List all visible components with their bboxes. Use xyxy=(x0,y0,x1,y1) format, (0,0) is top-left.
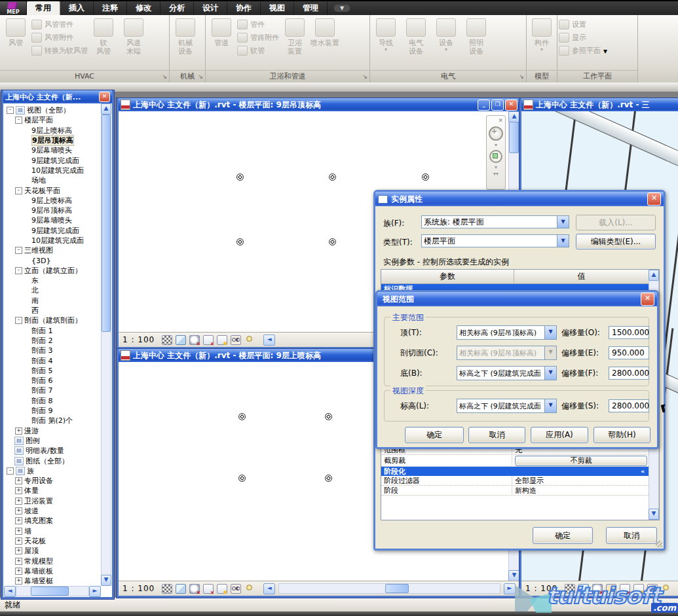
column-header-parameter[interactable]: 参数 xyxy=(381,270,514,283)
chevron-down-icon[interactable]: ▼ xyxy=(557,216,569,228)
chevron-down-icon[interactable]: ▼ xyxy=(544,326,556,339)
dialog-launcher-icon[interactable]: ↘ xyxy=(198,71,203,82)
expand-icon[interactable]: + xyxy=(15,487,22,494)
close-icon[interactable]: ✕ xyxy=(99,92,110,102)
minimize-icon[interactable]: _ xyxy=(478,100,490,111)
sprinkler-symbol[interactable] xyxy=(236,173,244,181)
tree-item[interactable]: 剖面 8 xyxy=(4,396,101,406)
show-crop-icon[interactable] xyxy=(217,584,227,594)
tree-item[interactable]: ▤明细表/数量 xyxy=(4,446,101,456)
ribbon-tab[interactable]: 常用 xyxy=(27,1,60,15)
ribbon-button[interactable]: 管路附件 xyxy=(237,32,279,43)
reveal-hidden-icon[interactable] xyxy=(231,335,241,345)
tree-item[interactable]: +坡道 xyxy=(4,506,101,516)
navigation-bar[interactable]: ✕ ▾ ▾ ▾▾ xyxy=(486,115,506,190)
tree-item[interactable]: +幕墙竖梃 xyxy=(4,576,101,586)
tree-item[interactable]: 北 xyxy=(4,285,101,295)
ribbon-button[interactable]: 管件 xyxy=(237,19,279,30)
tree-item[interactable]: +天花板 xyxy=(4,536,101,546)
tree-item[interactable]: +屋顶 xyxy=(4,546,101,556)
tree-item[interactable]: 9层幕墙喷头 xyxy=(4,145,101,155)
ribbon-tab[interactable]: 管理 xyxy=(294,1,328,15)
collapse-icon[interactable]: - xyxy=(15,317,22,324)
scroll-up-icon[interactable]: ▲ xyxy=(649,270,659,281)
cancel-button[interactable]: 取消 xyxy=(468,427,525,443)
tree-item[interactable]: 场地 xyxy=(4,175,101,185)
expand-icon[interactable]: + xyxy=(15,528,22,535)
column-header-value[interactable]: 值 xyxy=(514,270,649,283)
scroll-right-icon[interactable]: ► xyxy=(504,583,516,594)
lightbulb-icon[interactable] xyxy=(661,584,670,592)
edit-type-button[interactable]: 编辑类型(E)... xyxy=(576,234,656,249)
browser-hscrollbar[interactable]: ◄ ► xyxy=(4,586,101,596)
parameter-row[interactable]: 阶段新构造 xyxy=(381,486,649,496)
ribbon-button[interactable]: 软 风管 xyxy=(89,17,118,59)
parameter-value[interactable]: 全部显示 xyxy=(512,476,649,486)
ribbon-button[interactable]: 管道 xyxy=(207,17,236,59)
tree-item[interactable]: -天花板平面 xyxy=(4,185,101,195)
expand-icon[interactable]: + xyxy=(15,507,22,515)
tree-item[interactable]: 剖面 6 xyxy=(4,376,101,386)
scroll-down-icon[interactable]: ▼ xyxy=(101,575,111,586)
ribbon-button[interactable]: 参照平面 ▾ xyxy=(559,45,607,56)
resize-grip[interactable] xyxy=(656,541,662,547)
collapse-icon[interactable]: - xyxy=(7,107,14,114)
crop-region-icon[interactable] xyxy=(203,335,214,345)
reveal-hidden-icon[interactable] xyxy=(647,584,658,594)
no-clip-button[interactable]: 不剪裁 xyxy=(515,456,647,466)
tree-item[interactable]: 9层建筑完成面 xyxy=(4,155,101,165)
ribbon-tab[interactable]: 修改 xyxy=(127,1,160,15)
ribbon-button[interactable]: 风管管件 xyxy=(31,19,88,30)
scroll-down-icon[interactable]: ▼ xyxy=(649,509,659,520)
expand-icon[interactable]: + xyxy=(15,558,22,565)
ribbon-tab[interactable]: 分析 xyxy=(160,1,194,15)
tree-item[interactable]: 9层幕墙喷头 xyxy=(4,215,101,225)
ribbon-options-icon[interactable]: ▼ xyxy=(334,5,350,12)
view-scale[interactable]: 1 : 100 xyxy=(525,584,557,593)
maximize-icon[interactable]: ❒ xyxy=(491,100,504,111)
wheel-menu-chevron-icon[interactable]: ▾ xyxy=(495,143,497,147)
expand-icon[interactable]: + xyxy=(15,577,22,585)
zoom-icon[interactable] xyxy=(489,150,502,163)
tree-item[interactable]: {3D} xyxy=(4,255,101,265)
chevron-down-icon[interactable]: ▼ xyxy=(544,399,556,412)
tree-item[interactable]: +常规模型 xyxy=(4,556,101,566)
tree-item[interactable]: -立面（建筑立面） xyxy=(4,266,101,276)
scroll-up-icon[interactable]: ▲ xyxy=(101,103,111,115)
parameter-value[interactable]: 不剪裁 xyxy=(512,456,649,466)
sun-path-icon[interactable] xyxy=(606,584,616,594)
view-range-dialog-titlebar[interactable]: 视图范围 ✕ xyxy=(377,292,657,306)
expand-icon[interactable]: + xyxy=(15,537,22,545)
scroll-up-icon[interactable]: ▲ xyxy=(508,111,520,122)
expand-icon[interactable]: + xyxy=(15,568,22,575)
tree-item[interactable]: 剖面 第(2)个 xyxy=(4,416,101,426)
sprinkler-symbol[interactable] xyxy=(325,413,332,420)
tree-item[interactable]: 10层建筑完成面 xyxy=(4,166,101,175)
tree-item[interactable]: 10层建筑完成面 xyxy=(4,236,101,245)
tree-item[interactable]: ▤图例 xyxy=(4,436,101,446)
parameter-row[interactable]: 截剪裁不剪裁 xyxy=(381,455,649,467)
offset-input[interactable]: 2800.000 xyxy=(609,367,649,380)
ribbon-button[interactable]: 电气 设备 xyxy=(402,17,430,59)
ok-button[interactable]: 确定 xyxy=(533,527,593,544)
ribbon-button[interactable]: 软管 xyxy=(237,45,279,56)
scroll-right-icon[interactable]: ► xyxy=(89,586,101,597)
lightbulb-icon[interactable] xyxy=(244,584,254,592)
tree-item[interactable]: 剖面 5 xyxy=(4,366,101,376)
ribbon-button[interactable]: 卫浴 装置 xyxy=(280,17,309,59)
help-button[interactable]: 帮助(H) xyxy=(593,427,650,443)
tree-item[interactable]: 西 xyxy=(4,306,101,316)
sprinkler-symbol[interactable] xyxy=(329,173,336,181)
close-icon[interactable]: ✕ xyxy=(641,293,654,306)
view-scale[interactable]: 1 : 100 xyxy=(122,335,155,344)
tree-item[interactable]: 9层吊顶标高 xyxy=(4,136,101,145)
dialog-launcher-icon[interactable]: ↘ xyxy=(519,71,524,82)
ribbon-button[interactable]: 风管附件 xyxy=(31,32,88,43)
ribbon-button[interactable]: 导线▾ xyxy=(371,17,400,59)
ribbon-button[interactable]: 转换为软风管 xyxy=(31,45,88,56)
sprinkler-symbol[interactable] xyxy=(238,475,246,482)
sprinkler-symbol[interactable] xyxy=(325,475,332,482)
tree-item[interactable]: 南 xyxy=(4,296,101,306)
offset-input[interactable]: 2800.000 xyxy=(609,399,649,412)
tree-item[interactable]: 9层吊顶标高 xyxy=(4,206,101,215)
